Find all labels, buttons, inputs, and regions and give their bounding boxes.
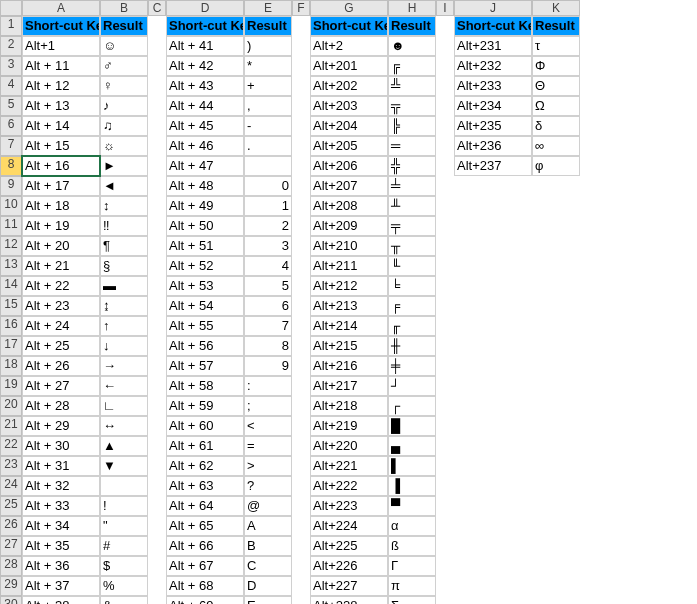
cell[interactable] (454, 476, 532, 496)
cell[interactable] (454, 556, 532, 576)
cell[interactable] (292, 156, 310, 176)
result-cell[interactable]: A (244, 516, 292, 536)
result-cell[interactable]: < (244, 416, 292, 436)
shortcut-key-cell[interactable]: Alt + 21 (22, 256, 100, 276)
shortcut-key-cell[interactable]: Alt+217 (310, 376, 388, 396)
shortcut-key-cell[interactable]: Alt + 22 (22, 276, 100, 296)
row-header[interactable]: 20 (0, 396, 22, 416)
result-cell[interactable]: ☼ (100, 136, 148, 156)
cell[interactable] (436, 156, 454, 176)
shortcut-key-cell[interactable]: Alt + 61 (166, 436, 244, 456)
result-cell[interactable]: ▌ (388, 456, 436, 476)
result-cell[interactable]: ↓ (100, 336, 148, 356)
result-cell[interactable]: 7 (244, 316, 292, 336)
shortcut-key-cell[interactable]: Alt+226 (310, 556, 388, 576)
cell[interactable] (148, 76, 166, 96)
cell[interactable] (436, 556, 454, 576)
shortcut-key-cell[interactable]: Alt+202 (310, 76, 388, 96)
shortcut-key-cell[interactable]: Alt+234 (454, 96, 532, 116)
result-cell[interactable]: ▐ (388, 476, 436, 496)
cell[interactable] (292, 116, 310, 136)
row-header[interactable]: 26 (0, 516, 22, 536)
shortcut-key-cell[interactable]: Alt+208 (310, 196, 388, 216)
result-cell[interactable]: ╤ (388, 216, 436, 236)
shortcut-key-cell[interactable]: Alt + 28 (22, 396, 100, 416)
cell[interactable] (436, 596, 454, 604)
cell[interactable] (436, 116, 454, 136)
table-header-result[interactable]: Result (532, 16, 580, 36)
result-cell[interactable]: B (244, 536, 292, 556)
result-cell[interactable]: ▄ (388, 436, 436, 456)
cell[interactable] (454, 516, 532, 536)
result-cell[interactable]: → (100, 356, 148, 376)
shortcut-key-cell[interactable]: Alt+221 (310, 456, 388, 476)
result-cell[interactable]: ╫ (388, 336, 436, 356)
shortcut-key-cell[interactable]: Alt + 25 (22, 336, 100, 356)
cell[interactable] (148, 356, 166, 376)
result-cell[interactable]: 0 (244, 176, 292, 196)
cell[interactable] (436, 516, 454, 536)
shortcut-key-cell[interactable]: Alt + 69 (166, 596, 244, 604)
result-cell[interactable]: ← (100, 376, 148, 396)
shortcut-key-cell[interactable]: Alt + 46 (166, 136, 244, 156)
cell[interactable] (292, 36, 310, 56)
row-header[interactable]: 16 (0, 316, 22, 336)
cell[interactable] (532, 536, 580, 556)
cell[interactable] (454, 176, 532, 196)
row-header[interactable]: 23 (0, 456, 22, 476)
result-cell[interactable]: § (100, 256, 148, 276)
result-cell[interactable]: + (244, 76, 292, 96)
cell[interactable] (148, 376, 166, 396)
cell[interactable] (292, 316, 310, 336)
cell[interactable] (148, 496, 166, 516)
shortcut-key-cell[interactable]: Alt+212 (310, 276, 388, 296)
cell[interactable] (292, 176, 310, 196)
cell[interactable] (148, 176, 166, 196)
column-header[interactable]: K (532, 0, 580, 16)
cell[interactable] (436, 396, 454, 416)
shortcut-key-cell[interactable]: Alt + 37 (22, 576, 100, 596)
column-header[interactable]: I (436, 0, 454, 16)
cell[interactable] (436, 56, 454, 76)
result-cell[interactable]: @ (244, 496, 292, 516)
column-header[interactable]: B (100, 0, 148, 16)
cell[interactable] (532, 216, 580, 236)
shortcut-key-cell[interactable]: Alt + 30 (22, 436, 100, 456)
cell[interactable] (454, 336, 532, 356)
shortcut-key-cell[interactable]: Alt+227 (310, 576, 388, 596)
table-header-shortcut[interactable]: Short-cut Key (454, 16, 532, 36)
result-cell[interactable]: ╥ (388, 236, 436, 256)
row-header[interactable]: 3 (0, 56, 22, 76)
cell[interactable] (148, 136, 166, 156)
shortcut-key-cell[interactable]: Alt + 49 (166, 196, 244, 216)
cell[interactable] (436, 16, 454, 36)
table-header-result[interactable]: Result (388, 16, 436, 36)
shortcut-key-cell[interactable]: Alt+233 (454, 76, 532, 96)
cell[interactable] (148, 316, 166, 336)
result-cell[interactable]: & (100, 596, 148, 604)
cell[interactable] (454, 356, 532, 376)
result-cell[interactable]: - (244, 116, 292, 136)
shortcut-key-cell[interactable]: Alt + 59 (166, 396, 244, 416)
cell[interactable] (292, 516, 310, 536)
row-header[interactable]: 7 (0, 136, 22, 156)
result-cell[interactable]: , (244, 96, 292, 116)
shortcut-key-cell[interactable]: Alt+237 (454, 156, 532, 176)
shortcut-key-cell[interactable]: Alt + 51 (166, 236, 244, 256)
column-header[interactable]: F (292, 0, 310, 16)
cell[interactable] (148, 456, 166, 476)
result-cell[interactable]: ▼ (100, 456, 148, 476)
result-cell[interactable] (244, 156, 292, 176)
result-cell[interactable]: = (244, 436, 292, 456)
result-cell[interactable]: ♂ (100, 56, 148, 76)
shortcut-key-cell[interactable]: Alt+201 (310, 56, 388, 76)
cell[interactable] (148, 236, 166, 256)
cell[interactable] (436, 536, 454, 556)
result-cell[interactable]: ╨ (388, 196, 436, 216)
cell[interactable] (148, 16, 166, 36)
result-cell[interactable]: 9 (244, 356, 292, 376)
column-header[interactable]: A (22, 0, 100, 16)
shortcut-key-cell[interactable]: Alt+231 (454, 36, 532, 56)
cell[interactable] (148, 396, 166, 416)
cell[interactable] (436, 456, 454, 476)
